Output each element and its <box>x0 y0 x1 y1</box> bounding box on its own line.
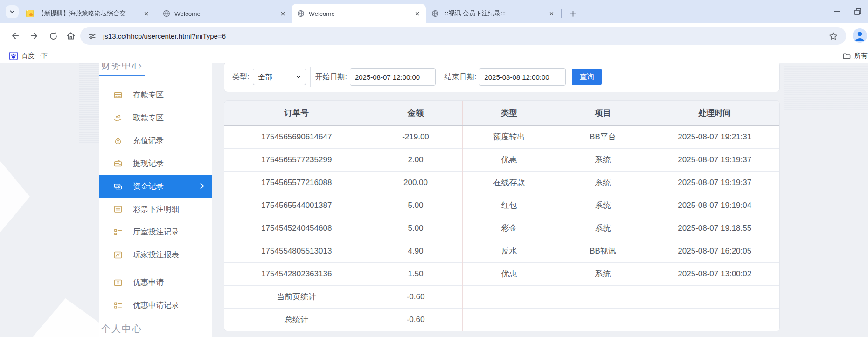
table-cell: 5.00 <box>369 217 462 240</box>
home-button[interactable] <box>62 28 79 44</box>
webpage-viewport: 财务中心 存款专区 取款专区 充值记录 提现记录 资金记录 彩票下注明细 厅室投… <box>0 63 868 337</box>
table-row: 17545655772352992.00优惠系统2025-08-07 19:19… <box>224 148 779 171</box>
table-cell: BB视讯 <box>556 240 650 262</box>
background-texture <box>784 65 868 110</box>
sidebar-item-label: 提现记录 <box>133 158 164 169</box>
bookmark-star-icon[interactable] <box>827 30 839 41</box>
sidebar-item-取款专区[interactable]: 取款专区 <box>99 106 212 129</box>
sidebar-menu: 存款专区 取款专区 充值记录 提现记录 资金记录 彩票下注明细 厅室投注记录 玩… <box>99 83 212 316</box>
type-select[interactable]: 全部 <box>253 69 306 85</box>
tab-close-icon[interactable] <box>142 9 150 18</box>
table-cell: 当前页统计 <box>224 285 369 308</box>
table-cell: 2025-08-07 19:19:04 <box>650 194 779 217</box>
globe-favicon <box>297 10 305 17</box>
table-cell: 优惠 <box>462 262 556 285</box>
forward-button[interactable] <box>26 28 43 44</box>
sidebar-item-label: 优惠申请 <box>133 277 164 288</box>
end-date-input[interactable] <box>479 68 566 86</box>
sidebar-item-彩票下注明细[interactable]: 彩票下注明细 <box>99 198 212 220</box>
table-row: 1754565690614647-219.00额度转出BB平台2025-08-0… <box>224 125 779 148</box>
type-select-value: 全部 <box>258 73 295 82</box>
sidebar-item-label: 资金记录 <box>133 181 164 192</box>
table-cell: 2025-08-07 19:21:31 <box>650 125 779 148</box>
sidebar-item-label: 存款专区 <box>133 90 164 100</box>
all-bookmarks-button[interactable]: 所有书签 <box>842 50 868 62</box>
sidebar-item-label: 厅室投注记录 <box>133 227 179 237</box>
sidebar-item-优惠申请记录[interactable]: 优惠申请记录 <box>99 294 212 316</box>
table-body: 1754565690614647-219.00额度转出BB平台2025-08-0… <box>224 125 779 331</box>
tab-search-button[interactable] <box>6 5 19 18</box>
table-cell <box>556 308 650 331</box>
sidebar-item-资金记录[interactable]: 资金记录 <box>99 175 212 198</box>
query-button[interactable]: 查询 <box>572 69 602 85</box>
browser-toolbar: js13.cc/hhcp/usercenter.html?iniType=6 <box>0 23 868 48</box>
chevron-down-icon <box>8 7 16 16</box>
window-minimize-button[interactable] <box>826 4 847 20</box>
table-cell: 2025-08-07 19:19:37 <box>650 171 779 194</box>
table-cell: 4.90 <box>369 240 462 262</box>
bookmarks-divider <box>836 51 836 61</box>
address-bar[interactable]: js13.cc/hhcp/usercenter.html?iniType=6 <box>80 27 846 45</box>
start-date-input[interactable] <box>350 68 436 86</box>
sidebar-item-存款专区[interactable]: 存款专区 <box>99 83 212 106</box>
baidu-favicon <box>9 52 18 60</box>
filter-separator <box>440 67 440 87</box>
tab-close-icon[interactable] <box>413 9 421 18</box>
reload-button[interactable] <box>45 28 62 44</box>
table-cell: 2025-08-07 16:20:05 <box>650 240 779 262</box>
new-tab-button[interactable] <box>566 7 579 20</box>
browser-tab-2[interactable]: Welcome <box>157 4 292 23</box>
end-date-label: 结束日期: <box>444 72 476 82</box>
table-cell: 2025-08-07 19:19:37 <box>650 148 779 171</box>
table-cell: 系统 <box>556 171 650 194</box>
tab-title: 【新提醒】海燕策略论坛综合交 <box>38 9 138 18</box>
profile-avatar[interactable] <box>853 28 867 43</box>
table-cell: 额度转出 <box>462 125 556 148</box>
site-info-icon[interactable] <box>88 32 97 41</box>
sidebar-item-提现记录[interactable]: 提现记录 <box>99 152 212 175</box>
sidebar-item-优惠申请[interactable]: 优惠申请 <box>99 271 212 294</box>
table-cell: BB平台 <box>556 125 650 148</box>
sidebar-item-label: 彩票下注明细 <box>133 204 179 214</box>
table-row: 17545655440013875.00红包系统2025-08-07 19:19… <box>224 194 779 217</box>
tab-title: Welcome <box>174 10 274 17</box>
url-text[interactable]: js13.cc/hhcp/usercenter.html?iniType=6 <box>103 32 827 40</box>
browser-tab-1[interactable]: 【新提醒】海燕策略论坛综合交 <box>21 4 155 23</box>
browser-tab-4[interactable]: :::视讯 会员下注纪录::: <box>426 4 560 23</box>
moneybag-icon <box>113 136 123 145</box>
table-cell: 2025-08-07 19:18:55 <box>650 217 779 240</box>
window-controls <box>826 0 868 23</box>
sidebar-item-label: 充值记录 <box>133 136 164 146</box>
tab-title: :::视讯 会员下注纪录::: <box>443 9 543 18</box>
table-cell: -0.60 <box>369 285 462 308</box>
window-restore-button[interactable] <box>847 4 868 20</box>
table-cell <box>650 285 779 308</box>
table-header-row: 订单号金额类型项目处理时间 <box>224 101 779 125</box>
table-cell <box>462 308 556 331</box>
table-row: 当前页统计-0.60 <box>224 285 779 308</box>
table-row: 17545452404546085.00彩金系统2025-08-07 19:18… <box>224 217 779 240</box>
back-button[interactable] <box>7 28 23 44</box>
tab-close-icon[interactable] <box>547 9 556 18</box>
table-cell: 2025-08-07 13:00:02 <box>650 262 779 285</box>
column-header-订单号: 订单号 <box>224 101 369 125</box>
table-cell: 总统计 <box>224 308 369 331</box>
sidebar: 财务中心 存款专区 取款专区 充值记录 提现记录 资金记录 彩票下注明细 厅室投… <box>99 63 212 337</box>
table-cell: 1754565544001387 <box>224 194 369 217</box>
sidebar-section-underline <box>99 76 212 76</box>
browser-tab-3[interactable]: Welcome <box>292 4 426 23</box>
bookmark-baidu[interactable]: 百度一下 <box>6 50 51 62</box>
table-cell <box>650 308 779 331</box>
column-header-处理时间: 处理时间 <box>650 101 779 125</box>
table-cell: 红包 <box>462 194 556 217</box>
start-date-label: 开始日期: <box>315 72 347 82</box>
globe-favicon <box>431 10 439 17</box>
table-cell: 在线存款 <box>462 171 556 194</box>
tab-close-icon[interactable] <box>278 9 287 18</box>
column-header-项目: 项目 <box>556 101 650 125</box>
deposit-card-icon <box>113 90 123 100</box>
sidebar-item-玩家投注报表[interactable]: 玩家投注报表 <box>99 243 212 266</box>
sidebar-item-充值记录[interactable]: 充值记录 <box>99 129 212 152</box>
sidebar-item-厅室投注记录[interactable]: 厅室投注记录 <box>99 220 212 243</box>
tab-divider <box>156 9 156 18</box>
